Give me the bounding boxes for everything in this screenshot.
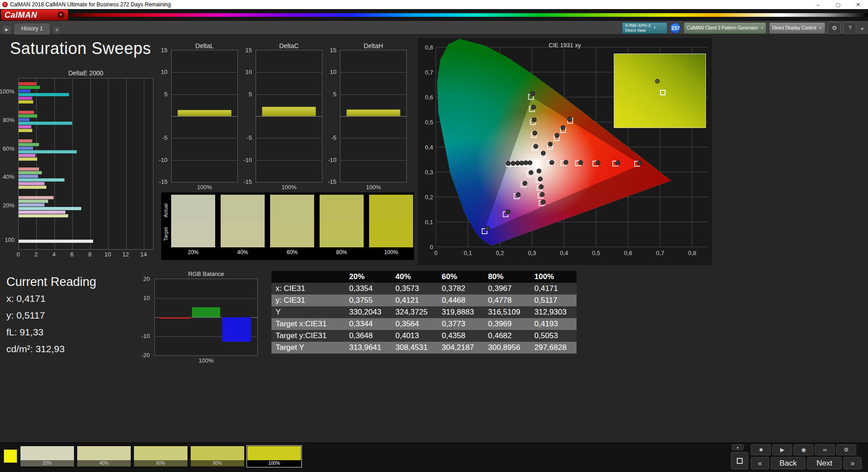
- collapse-panel-button[interactable]: ▲: [732, 444, 744, 450]
- reading-count-badge[interactable]: 237: [670, 23, 681, 34]
- table-row: Target x:CIE310,33440,35640,37730,39690,…: [271, 318, 577, 330]
- measured-point: [506, 161, 510, 165]
- table-cell: 0,4121: [391, 295, 438, 306]
- patch-80%[interactable]: 80%: [190, 446, 245, 467]
- x-tick-label: 6: [66, 251, 77, 258]
- meter-dropdown[interactable]: X-Rite i1Pro 2 Direct View ▼: [622, 22, 667, 34]
- measured-point: [538, 177, 542, 181]
- deltah-chart-title: DeltaH: [340, 42, 407, 49]
- back-button[interactable]: Back: [771, 457, 805, 469]
- table-row: Target Y313,9641308,4531304,2187300,8956…: [271, 342, 577, 354]
- table-header-cell: 100%: [530, 271, 577, 283]
- swatch-label: 20%: [171, 247, 215, 257]
- patch-label: 100%: [247, 460, 301, 467]
- de-bar: [19, 125, 31, 128]
- x-tick-label: 0,1: [464, 250, 472, 256]
- de-bar: [19, 86, 40, 89]
- swatch-label: 40%: [221, 247, 265, 257]
- stop-button[interactable]: ■: [751, 444, 771, 455]
- target-swatch: [221, 221, 265, 247]
- rgb-balance-x-label: 100%: [154, 357, 258, 364]
- actual-swatch: [171, 195, 215, 221]
- de-bar: [19, 114, 37, 118]
- y-tick-label: -20: [141, 352, 150, 359]
- continuous-read-button[interactable]: ∞: [815, 444, 835, 455]
- autocal-button[interactable]: ⚙: [836, 444, 856, 455]
- play-button[interactable]: ▶: [772, 444, 792, 455]
- calman-logo[interactable]: CalMAN ▼: [1, 10, 68, 20]
- actual-swatch: [369, 195, 413, 221]
- table-header-row: 20%40%60%80%100%: [271, 271, 577, 283]
- window-title: CalMAN 2018 CalMAN Ultimate for Business…: [10, 1, 808, 8]
- settings-button[interactable]: ⚙: [828, 22, 841, 34]
- last-page-button[interactable]: »: [843, 457, 862, 469]
- x-tick-label: 12: [120, 251, 131, 258]
- delta-bar: [346, 109, 400, 116]
- table-cell: 297,6828: [530, 342, 577, 354]
- minimize-button[interactable]: –: [808, 0, 828, 9]
- cie-zoom-inset: [614, 54, 706, 128]
- close-button[interactable]: ✕: [848, 0, 868, 9]
- swatch-label: 100%: [369, 247, 413, 257]
- gridline: [256, 72, 322, 73]
- measured-point: [511, 161, 515, 165]
- de-bar: [19, 203, 44, 206]
- pattern-window-button[interactable]: [731, 452, 748, 469]
- table-cell: 330,2043: [345, 306, 391, 318]
- help-button[interactable]: ?: [843, 22, 856, 34]
- patch-100%[interactable]: 100%: [247, 446, 301, 467]
- display-control-dropdown[interactable]: Direct Display Control ▼: [769, 22, 825, 34]
- de-bar: [19, 97, 32, 100]
- measured-point: [537, 169, 541, 173]
- tab-history-1[interactable]: History 1: [14, 23, 50, 34]
- target-swatch: [171, 221, 215, 247]
- history-panel-button[interactable]: ▶: [2, 25, 12, 34]
- pattern-generator-dropdown[interactable]: CalMAN Client 3 Pattern Generator ▼: [684, 22, 766, 34]
- y-tick-label: -5: [247, 134, 252, 141]
- table-cell: 0,3755: [345, 295, 391, 306]
- x-tick-label: 14: [138, 251, 149, 258]
- expand-right-button[interactable]: ▸: [859, 22, 866, 34]
- measured-point: [528, 161, 532, 165]
- gridline: [172, 160, 237, 161]
- de-bar: [19, 118, 30, 121]
- navigation-controls: « Back Next »: [751, 457, 862, 469]
- de-bar: [19, 157, 37, 161]
- gridline: [340, 160, 406, 161]
- y-tick-label: -10: [141, 333, 150, 339]
- table-cell: 0,3969: [484, 318, 530, 330]
- next-button[interactable]: Next: [807, 457, 842, 469]
- gridline: [90, 79, 91, 249]
- first-page-button[interactable]: «: [751, 457, 769, 469]
- y-tick-label: 10: [161, 69, 168, 75]
- table-cell: 316,5109: [484, 306, 530, 318]
- patch-40%[interactable]: 40%: [77, 446, 131, 467]
- read-button[interactable]: ◉: [794, 444, 814, 455]
- target-icon: ◉: [801, 447, 806, 453]
- actual-swatch: [221, 195, 265, 221]
- table-cell: 319,8883: [438, 306, 484, 318]
- swatch-column: 100%: [369, 195, 413, 257]
- de-bar: [19, 167, 39, 171]
- target-swatch: [320, 221, 364, 247]
- gridline: [340, 116, 406, 117]
- table-cell: 0,4468: [438, 295, 484, 306]
- table-row: Y330,2043324,3725319,8883316,5109312,930…: [271, 306, 577, 318]
- de-bar: [19, 147, 33, 150]
- maximize-button[interactable]: ▢: [828, 0, 848, 9]
- y-group-label: 20%: [3, 202, 15, 209]
- add-tab-button[interactable]: +: [52, 25, 61, 34]
- patch-20%[interactable]: 20%: [20, 446, 74, 467]
- chevron-down-icon: ▼: [818, 27, 824, 30]
- measured-point: [532, 118, 536, 122]
- patch-60%[interactable]: 60%: [133, 446, 188, 467]
- target-swatch: [270, 221, 314, 247]
- y-tick-label: -5: [331, 134, 336, 141]
- gridline: [172, 72, 237, 73]
- y-tick-label: 0,3: [425, 169, 433, 176]
- current-reading-title: Current Reading: [6, 275, 96, 289]
- display-control-label: Direct Display Control: [769, 25, 818, 30]
- swatch-label: 80%: [320, 247, 364, 257]
- gear-icon: ⚙: [832, 25, 837, 31]
- x-tick-label: 8: [84, 251, 95, 258]
